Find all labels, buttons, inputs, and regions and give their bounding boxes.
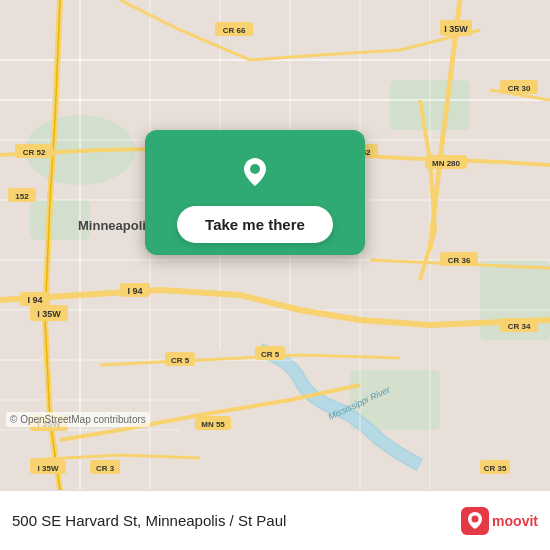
svg-text:I 35W: I 35W [37,309,61,319]
location-card: Take me there [145,130,365,255]
svg-point-64 [472,515,479,522]
svg-text:CR 52: CR 52 [23,148,46,157]
svg-text:CR 66: CR 66 [223,26,246,35]
svg-text:152: 152 [15,192,29,201]
svg-text:CR 5: CR 5 [261,350,280,359]
svg-text:CR 30: CR 30 [508,84,531,93]
svg-text:CR 34: CR 34 [508,322,531,331]
location-pin-icon [231,148,279,196]
map-container: I 35W I 35W I 35W I 94 I 94 CR 52 CR 52 … [0,0,550,490]
bottom-bar: 500 SE Harvard St, Minneapolis / St Paul… [0,490,550,550]
svg-text:I 35W: I 35W [38,464,59,473]
svg-text:CR 3: CR 3 [96,464,115,473]
moovit-logo-icon [461,507,489,535]
svg-text:MN 55: MN 55 [201,420,225,429]
svg-text:CR 36: CR 36 [448,256,471,265]
svg-text:I 94: I 94 [27,295,42,305]
moovit-logo: moovit [461,507,538,535]
svg-text:MN 280: MN 280 [432,159,461,168]
take-me-there-button[interactable]: Take me there [177,206,333,243]
svg-text:I 94: I 94 [127,286,142,296]
svg-text:CR 35: CR 35 [484,464,507,473]
svg-text:CR 5: CR 5 [171,356,190,365]
osm-credit: © OpenStreetMap contributors [6,412,150,427]
moovit-brand-text: moovit [492,513,538,529]
address-label: 500 SE Harvard St, Minneapolis / St Paul [12,512,451,529]
svg-point-62 [250,164,260,174]
svg-text:Minneapolis: Minneapolis [78,218,153,233]
